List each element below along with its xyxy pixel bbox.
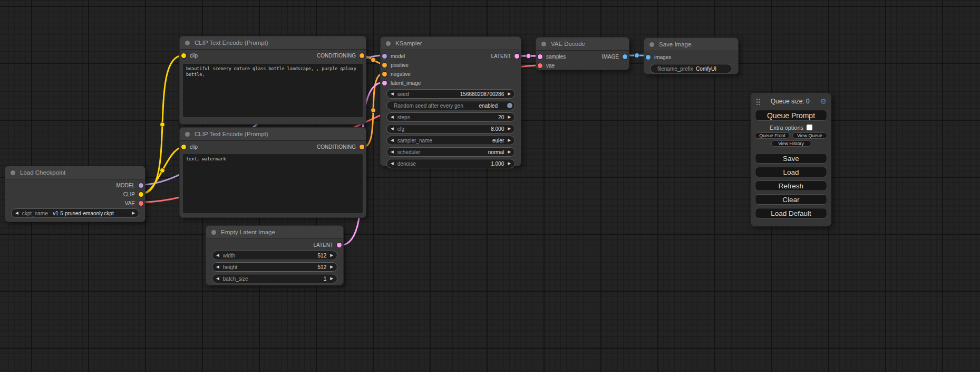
widget-height[interactable]: height 512 bbox=[212, 262, 337, 272]
vae-port-icon[interactable] bbox=[538, 63, 542, 68]
collapse-dot-icon[interactable] bbox=[386, 41, 391, 46]
load-default-button[interactable]: Load Default bbox=[755, 208, 827, 218]
drag-handle-icon[interactable] bbox=[756, 98, 760, 105]
increment-arrow-icon[interactable] bbox=[504, 148, 515, 156]
port-model-output[interactable]: MODEL bbox=[116, 181, 143, 190]
decrement-arrow-icon[interactable] bbox=[387, 148, 397, 156]
model-port-icon[interactable] bbox=[382, 54, 387, 59]
port-negative-input[interactable]: negative bbox=[382, 70, 411, 79]
node-titlebar[interactable]: KSampler bbox=[381, 37, 521, 50]
increment-arrow-icon[interactable] bbox=[504, 125, 515, 133]
decrement-arrow-icon[interactable] bbox=[212, 274, 223, 283]
latent-port-icon[interactable] bbox=[337, 243, 342, 247]
link-midpoint-dot[interactable] bbox=[160, 168, 165, 173]
collapse-dot-icon[interactable] bbox=[185, 41, 190, 45]
increment-arrow-icon[interactable] bbox=[128, 209, 139, 217]
node-titlebar[interactable]: VAE Decode bbox=[536, 37, 629, 51]
increment-arrow-icon[interactable] bbox=[326, 274, 337, 283]
conditioning-port-icon[interactable] bbox=[382, 63, 387, 68]
port-latent-output[interactable]: LATENT bbox=[491, 52, 519, 61]
conditioning-port-icon[interactable] bbox=[360, 145, 364, 149]
port-clip-output[interactable]: CLIP bbox=[123, 190, 143, 199]
decrement-arrow-icon[interactable] bbox=[387, 159, 397, 168]
queue-front-button[interactable]: Queue Front bbox=[755, 132, 790, 139]
widget-filename-prefix[interactable]: filename_prefix ComfyUI bbox=[650, 64, 732, 73]
increment-arrow-icon[interactable] bbox=[504, 90, 515, 98]
collapse-dot-icon[interactable] bbox=[11, 170, 15, 175]
latent-port-icon[interactable] bbox=[515, 54, 519, 59]
link-midpoint-dot[interactable] bbox=[635, 53, 639, 58]
port-image-output[interactable]: IMAGE bbox=[602, 52, 627, 61]
queue-prompt-button[interactable]: Queue Prompt bbox=[755, 110, 827, 121]
node-clip-text-encode-positive[interactable]: CLIP Text Encode (Prompt) clip CONDITION… bbox=[179, 36, 366, 125]
collapse-dot-icon[interactable] bbox=[185, 132, 190, 137]
port-images-input[interactable]: images bbox=[646, 53, 671, 62]
node-empty-latent-image[interactable]: Empty Latent Image LATENT width 512 heig… bbox=[206, 225, 344, 285]
collapse-dot-icon[interactable] bbox=[649, 42, 654, 47]
port-positive-input[interactable]: positive bbox=[382, 61, 409, 70]
widget-random-seed[interactable]: Random seed after every gen enabled bbox=[386, 101, 515, 110]
widget-denoise[interactable]: denoise 1.000 bbox=[386, 159, 515, 168]
clear-button[interactable]: Clear bbox=[755, 194, 827, 205]
decrement-arrow-icon[interactable] bbox=[387, 90, 397, 98]
node-clip-text-encode-negative[interactable]: CLIP Text Encode (Prompt) clip CONDITION… bbox=[179, 127, 366, 218]
port-clip-input[interactable]: clip bbox=[181, 51, 198, 60]
link-midpoint-dot[interactable] bbox=[371, 58, 376, 62]
increment-arrow-icon[interactable] bbox=[326, 263, 337, 271]
collapse-dot-icon[interactable] bbox=[211, 230, 216, 235]
widget-width[interactable]: width 512 bbox=[212, 251, 337, 260]
refresh-button[interactable]: Refresh bbox=[755, 180, 827, 191]
port-samples-input[interactable]: samples bbox=[538, 52, 566, 61]
node-save-image[interactable]: Save Image images filename_prefix ComfyU… bbox=[644, 37, 739, 74]
model-port-icon[interactable] bbox=[139, 183, 143, 188]
prompt-textarea[interactable]: beautiful scenery nature glass bottle la… bbox=[183, 64, 363, 117]
prompt-textarea[interactable]: text, watermark bbox=[183, 154, 363, 213]
port-vae-input[interactable]: vae bbox=[538, 61, 555, 70]
latent-port-icon[interactable] bbox=[382, 81, 387, 85]
port-model-input[interactable]: model bbox=[382, 52, 405, 61]
graph-canvas[interactable]: { "colors": { "model": "#B39DDB", "clip"… bbox=[0, 0, 980, 372]
node-titlebar[interactable]: Load Checkpoint bbox=[5, 166, 145, 179]
view-history-button[interactable]: View History bbox=[771, 140, 811, 147]
clip-port-icon[interactable] bbox=[181, 145, 186, 149]
port-conditioning-output[interactable]: CONDITIONING bbox=[317, 142, 364, 151]
view-queue-button[interactable]: View Queue bbox=[792, 132, 827, 139]
node-titlebar[interactable]: Save Image bbox=[644, 38, 738, 51]
toggle-icon[interactable] bbox=[507, 103, 512, 108]
decrement-arrow-icon[interactable] bbox=[212, 263, 223, 271]
node-titlebar[interactable]: CLIP Text Encode (Prompt) bbox=[180, 36, 366, 50]
port-clip-input[interactable]: clip bbox=[181, 142, 198, 151]
save-button[interactable]: Save bbox=[755, 153, 827, 164]
increment-arrow-icon[interactable] bbox=[504, 159, 515, 168]
decrement-arrow-icon[interactable] bbox=[387, 125, 397, 133]
port-latent-output[interactable]: LATENT bbox=[313, 241, 342, 250]
node-load-checkpoint[interactable]: Load Checkpoint MODEL CLIP VAE ckpt_name… bbox=[5, 166, 145, 222]
load-button[interactable]: Load bbox=[755, 167, 827, 177]
clip-port-icon[interactable] bbox=[181, 53, 186, 58]
vae-port-icon[interactable] bbox=[139, 201, 143, 206]
node-vae-decode[interactable]: VAE Decode samples IMAGE vae bbox=[536, 37, 629, 70]
conditioning-port-icon[interactable] bbox=[382, 72, 387, 77]
extra-options-checkbox[interactable] bbox=[807, 125, 812, 130]
increment-arrow-icon[interactable] bbox=[504, 136, 515, 145]
decrement-arrow-icon[interactable] bbox=[387, 136, 397, 145]
widget-scheduler[interactable]: scheduler normal bbox=[386, 147, 515, 157]
widget-cfg[interactable]: cfg 8.000 bbox=[386, 124, 515, 133]
port-latent-image-input[interactable]: latent_image bbox=[382, 79, 421, 88]
increment-arrow-icon[interactable] bbox=[326, 251, 337, 260]
widget-ckpt-name[interactable]: ckpt_name v1-5-pruned-emaonly.ckpt bbox=[11, 208, 139, 218]
collapse-dot-icon[interactable] bbox=[541, 42, 546, 46]
increment-arrow-icon[interactable] bbox=[504, 113, 515, 121]
decrement-arrow-icon[interactable] bbox=[387, 113, 397, 121]
decrement-arrow-icon[interactable] bbox=[12, 209, 22, 217]
link-midpoint-dot[interactable] bbox=[160, 122, 165, 127]
link-midpoint-dot[interactable] bbox=[526, 54, 531, 59]
settings-gear-icon[interactable]: ⚙ bbox=[820, 98, 827, 105]
widget-batch-size[interactable]: batch_size 1 bbox=[212, 274, 337, 283]
link-midpoint-dot[interactable] bbox=[371, 108, 376, 113]
port-conditioning-output[interactable]: CONDITIONING bbox=[317, 51, 364, 60]
node-titlebar[interactable]: CLIP Text Encode (Prompt) bbox=[180, 128, 366, 141]
conditioning-port-icon[interactable] bbox=[360, 53, 364, 58]
widget-seed[interactable]: seed 156680208700286 bbox=[386, 89, 515, 99]
node-titlebar[interactable]: Empty Latent Image bbox=[206, 226, 343, 239]
